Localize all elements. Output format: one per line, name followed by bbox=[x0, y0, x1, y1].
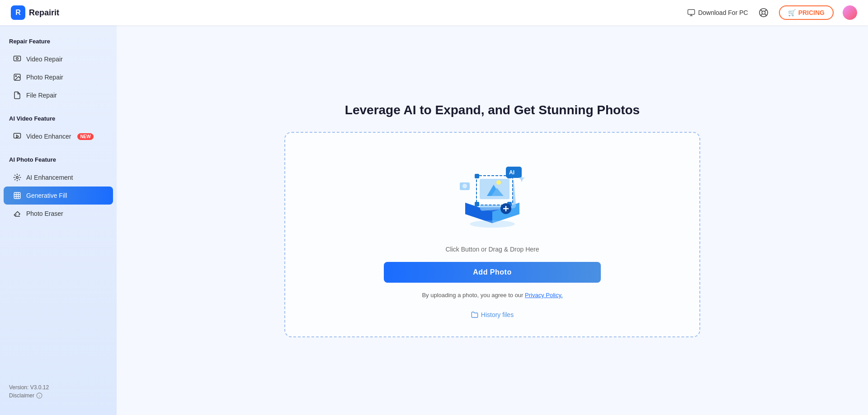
disclaimer-row: Disclaimer bbox=[9, 392, 108, 399]
video-repair-icon bbox=[13, 55, 22, 64]
header-right: Download For PC 🛒 PRICING bbox=[687, 5, 857, 20]
support-icon[interactable] bbox=[757, 6, 770, 19]
ai-enhancement-icon bbox=[13, 173, 22, 182]
add-photo-button[interactable]: Add Photo bbox=[384, 262, 601, 283]
sidebar-item-file-repair[interactable]: File Repair bbox=[4, 86, 113, 104]
sidebar-item-photo-eraser[interactable]: Photo Eraser bbox=[4, 205, 113, 223]
photo-eraser-icon bbox=[13, 209, 22, 218]
sidebar-item-label: Generative Fill bbox=[26, 192, 67, 199]
upload-area[interactable]: AI Click Button or Drag & Drop Here Add … bbox=[284, 132, 700, 337]
pricing-button[interactable]: 🛒 PRICING bbox=[779, 5, 834, 20]
ai-photo-section-title: AI Photo Feature bbox=[0, 153, 117, 168]
svg-point-26 bbox=[496, 180, 501, 185]
avatar[interactable] bbox=[843, 5, 857, 20]
file-repair-icon bbox=[13, 91, 22, 100]
layout: Repair Feature Video Repair Photo Repair… bbox=[0, 25, 868, 415]
svg-line-8 bbox=[760, 14, 762, 16]
monitor-icon bbox=[687, 9, 695, 17]
svg-rect-28 bbox=[475, 174, 479, 178]
svg-line-6 bbox=[764, 14, 766, 16]
privacy-policy-link[interactable]: Privacy Policy. bbox=[525, 292, 563, 298]
generative-fill-icon bbox=[13, 191, 22, 200]
svg-point-20 bbox=[470, 220, 515, 228]
svg-line-5 bbox=[760, 10, 762, 12]
sidebar-item-label: Video Repair bbox=[26, 56, 63, 63]
sidebar-item-ai-enhancement[interactable]: AI Enhancement bbox=[4, 168, 113, 187]
video-enhancer-icon bbox=[13, 132, 22, 141]
folder-icon bbox=[471, 311, 478, 318]
svg-point-10 bbox=[16, 57, 19, 60]
sidebar-item-video-enhancer[interactable]: Video Enhancer NEW bbox=[4, 127, 113, 145]
svg-line-7 bbox=[764, 10, 766, 12]
sidebar-footer: Version: V3.0.12 Disclaimer bbox=[0, 377, 117, 406]
main-content: Leverage AI to Expand, and Get Stunning … bbox=[117, 25, 868, 415]
sidebar: Repair Feature Video Repair Photo Repair… bbox=[0, 25, 117, 415]
svg-point-4 bbox=[762, 11, 765, 14]
sidebar-item-label: Photo Repair bbox=[26, 74, 63, 81]
logo-icon: R bbox=[11, 5, 25, 20]
version-text: Version: V3.0.12 bbox=[9, 384, 108, 391]
sidebar-item-label: Photo Eraser bbox=[26, 210, 63, 217]
svg-point-12 bbox=[15, 75, 16, 76]
svg-rect-30 bbox=[475, 202, 479, 206]
logo-text: Repairit bbox=[29, 8, 59, 18]
privacy-text: By uploading a photo, you agree to our P… bbox=[422, 292, 562, 298]
svg-rect-9 bbox=[14, 56, 21, 61]
page-title: Leverage AI to Expand, and Get Stunning … bbox=[345, 103, 640, 117]
svg-text:AI: AI bbox=[509, 169, 514, 176]
pricing-icon: 🛒 bbox=[788, 9, 796, 16]
sidebar-item-label: AI Enhancement bbox=[26, 174, 73, 181]
info-icon bbox=[36, 392, 42, 399]
svg-rect-0 bbox=[688, 9, 695, 14]
sidebar-item-label: Video Enhancer bbox=[26, 133, 71, 140]
svg-point-35 bbox=[462, 184, 467, 188]
svg-rect-15 bbox=[14, 192, 20, 199]
svg-point-14 bbox=[16, 177, 19, 179]
history-files-button[interactable]: History files bbox=[471, 311, 514, 318]
logo: R Repairit bbox=[11, 5, 59, 20]
download-pc-button[interactable]: Download For PC bbox=[687, 9, 748, 17]
upload-prompt: Click Button or Drag & Drop Here bbox=[446, 246, 539, 253]
sidebar-item-label: File Repair bbox=[26, 92, 57, 99]
sidebar-item-generative-fill[interactable]: Generative Fill bbox=[4, 187, 113, 205]
sidebar-item-photo-repair[interactable]: Photo Repair bbox=[4, 68, 113, 86]
new-badge: NEW bbox=[77, 133, 93, 140]
header: R Repairit Download For PC 🛒 PRICING bbox=[0, 0, 868, 25]
disclaimer-text: Disclaimer bbox=[9, 392, 34, 399]
repair-feature-section-title: Repair Feature bbox=[0, 34, 117, 50]
sidebar-item-video-repair[interactable]: Video Repair bbox=[4, 50, 113, 68]
photo-repair-icon bbox=[13, 73, 22, 82]
ai-video-section-title: AI Video Feature bbox=[0, 112, 117, 127]
upload-illustration: AI bbox=[452, 160, 533, 232]
